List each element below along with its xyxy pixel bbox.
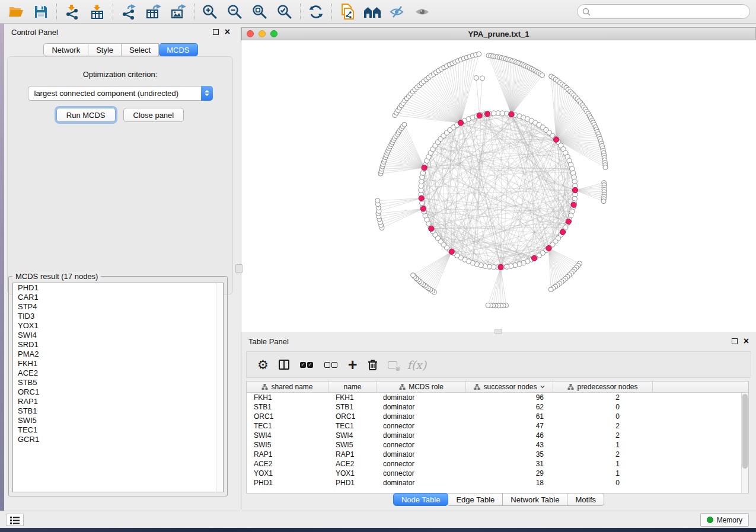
zoom-in-button[interactable] [197, 2, 222, 22]
table-row[interactable]: SWI4SWI4dominator462 [247, 431, 748, 440]
network-window-titlebar[interactable]: YPA_prune.txt_1 [241, 27, 756, 40]
mcds-dominator-node[interactable] [531, 255, 537, 261]
mcds-result-item[interactable]: ORC1 [13, 387, 223, 397]
table-row[interactable]: SWI5SWI5connector431 [247, 440, 748, 450]
result-list-scrollbar[interactable] [216, 283, 223, 492]
hide-selected-button[interactable] [385, 2, 410, 22]
tab-mcds[interactable]: MCDS [159, 43, 197, 56]
mcds-dominator-node[interactable] [420, 206, 426, 211]
mcds-result-item[interactable]: STP4 [13, 302, 223, 312]
search-input[interactable] [594, 7, 749, 16]
mcds-dominator-node[interactable] [554, 137, 559, 142]
mcds-dominator-node[interactable] [419, 196, 424, 201]
mcds-result-item[interactable]: PMA2 [13, 350, 223, 359]
mcds-dominator-node[interactable] [429, 226, 434, 231]
mcds-dominator-node[interactable] [449, 249, 454, 254]
add-row-icon[interactable]: + [348, 359, 358, 371]
mcds-dominator-node[interactable] [546, 246, 551, 251]
close-table-panel-icon[interactable]: × [744, 338, 749, 344]
mcds-dominator-node[interactable] [560, 229, 565, 235]
mcds-result-item[interactable]: STB1 [13, 406, 223, 416]
tab-style[interactable]: Style [88, 43, 122, 56]
column-header-shared-name[interactable]: shared name [247, 382, 328, 392]
table-row[interactable]: ACE2ACE2connector311 [247, 459, 748, 469]
import-network-button[interactable] [60, 2, 85, 22]
mcds-result-item[interactable]: FKH1 [13, 359, 223, 368]
mcds-dominator-node[interactable] [498, 264, 503, 270]
tab-motifs[interactable]: Motifs [567, 493, 604, 506]
table-row[interactable]: PHD1PHD1dominator180 [247, 478, 748, 488]
column-header-successor-nodes[interactable]: successor nodes [466, 382, 553, 392]
first-neighbors-button[interactable] [360, 2, 385, 22]
mcds-result-item[interactable]: SWI4 [13, 331, 223, 340]
delete-rows-icon[interactable] [368, 359, 378, 371]
mcds-result-list[interactable]: PHD1CAR1STP4TID3YOX1SWI4SRD1PMA2FKH1ACE2… [12, 283, 224, 492]
network-graph[interactable] [241, 40, 756, 332]
vertical-splitter-handle[interactable] [235, 264, 243, 273]
table-row[interactable]: RAP1RAP1dominator352 [247, 450, 748, 459]
mcds-dominator-node[interactable] [566, 219, 571, 224]
close-mcds-panel-button[interactable]: Close panel [123, 108, 184, 122]
mcds-result-item[interactable]: SWI5 [13, 416, 223, 425]
table-settings-icon[interactable]: ⚙ [257, 358, 269, 371]
mcds-dominator-node[interactable] [458, 120, 463, 126]
export-image-button[interactable] [166, 2, 191, 22]
table-row[interactable]: TEC1TEC1connector472 [247, 421, 748, 431]
import-network-icon [65, 4, 80, 20]
table-row[interactable]: YOX1YOX1connector291 [247, 469, 748, 478]
mcds-result-item[interactable]: PHD1 [13, 283, 223, 293]
mcds-result-item[interactable]: YOX1 [13, 321, 223, 331]
mcds-dominator-node[interactable] [509, 111, 514, 117]
horizontal-splitter-handle[interactable] [495, 329, 502, 334]
float-table-panel-icon[interactable] [732, 338, 738, 344]
mcds-result-item[interactable]: SRD1 [13, 340, 223, 350]
show-all-button[interactable] [410, 2, 435, 22]
column-header-predecessor-nodes[interactable]: predecessor nodes [553, 382, 653, 392]
mcds-dominator-node[interactable] [571, 202, 576, 207]
tab-network-table[interactable]: Network Table [503, 493, 567, 506]
mcds-result-item[interactable]: CAR1 [13, 293, 223, 302]
cell: 47 [466, 422, 553, 430]
import-table-button[interactable] [85, 2, 110, 22]
criterion-dropdown[interactable]: largest connected component (undirected) [28, 86, 213, 101]
tab-node-table[interactable]: Node Table [393, 493, 449, 506]
task-history-button[interactable] [6, 514, 24, 526]
mcds-result-item[interactable]: TID3 [13, 312, 223, 321]
column-header-MCDS-role[interactable]: MCDS role [377, 382, 466, 392]
table-scrollbar[interactable] [741, 393, 748, 493]
mcds-dominator-node[interactable] [477, 113, 482, 118]
network-view-canvas[interactable] [241, 40, 756, 332]
export-table-button[interactable] [141, 2, 166, 22]
save-session-button[interactable] [28, 2, 53, 22]
deselect-all-icon[interactable] [324, 362, 338, 368]
close-panel-icon[interactable]: × [225, 29, 230, 35]
table-row[interactable]: FKH1FKH1dominator962 [247, 393, 748, 402]
zoom-out-button[interactable] [222, 2, 247, 22]
mcds-result-item[interactable]: RAP1 [13, 397, 223, 406]
mcds-result-item[interactable]: TEC1 [13, 425, 223, 435]
tab-network[interactable]: Network [43, 43, 88, 56]
run-mcds-button[interactable]: Run MCDS [56, 108, 116, 122]
mcds-result-item[interactable]: STB5 [13, 378, 223, 387]
export-network-button[interactable] [116, 2, 141, 22]
fit-content-button[interactable] [247, 2, 272, 22]
show-columns-icon[interactable] [279, 360, 289, 370]
mcds-result-item[interactable]: ACE2 [13, 368, 223, 378]
tab-edge-table[interactable]: Edge Table [448, 493, 503, 506]
table-scrollbar-thumb[interactable] [742, 394, 748, 469]
float-panel-icon[interactable] [213, 29, 219, 35]
mcds-dominator-node[interactable] [484, 111, 490, 117]
fit-selected-button[interactable] [272, 2, 297, 22]
duplicate-network-button[interactable] [335, 2, 360, 22]
select-all-icon[interactable]: ✓✓ [299, 362, 314, 368]
memory-button[interactable]: Memory [700, 513, 749, 527]
mcds-dominator-node[interactable] [422, 165, 427, 170]
open-file-button[interactable] [4, 2, 28, 22]
tab-select[interactable]: Select [122, 43, 159, 56]
table-row[interactable]: ORC1ORC1dominator610 [247, 412, 748, 421]
mcds-dominator-node[interactable] [572, 187, 578, 193]
table-row[interactable]: STB1STB1dominator620 [247, 402, 748, 412]
apply-layout-button[interactable] [304, 2, 328, 22]
column-header-name[interactable]: name [328, 382, 377, 392]
mcds-result-item[interactable]: GCR1 [13, 435, 223, 444]
